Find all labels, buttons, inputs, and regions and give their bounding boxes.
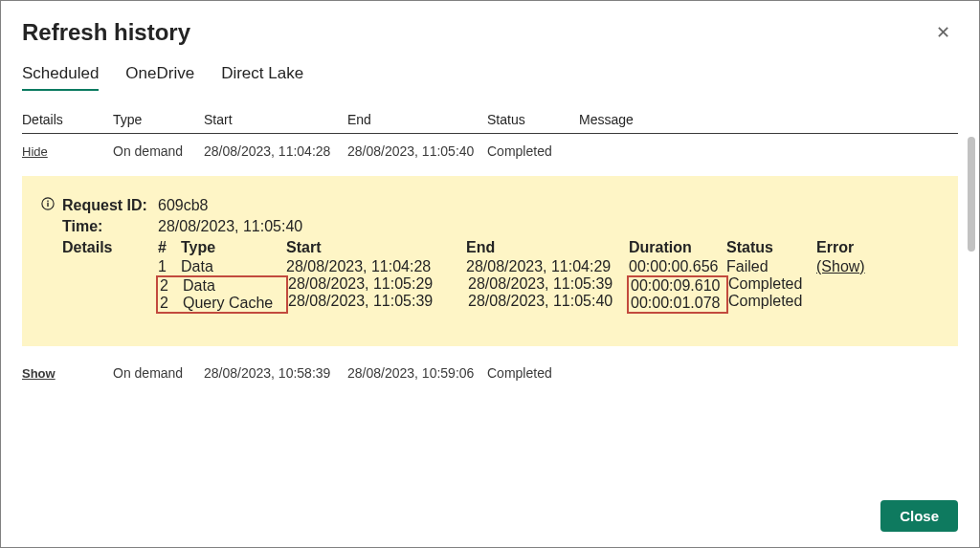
table-row: Hide On demand 28/08/2023, 11:04:28 28/0… xyxy=(22,134,958,164)
dialog-title: Refresh history xyxy=(22,19,928,46)
dialog-footer: Close xyxy=(1,485,979,547)
panel-details-body: # Type Start End Duration Status Error 1… xyxy=(158,239,939,314)
inner-stat: Failed xyxy=(726,258,816,275)
inner-table-header: # Type Start End Duration Status Error xyxy=(158,239,939,256)
inner-end: 28/08/2023, 11:04:29 xyxy=(466,258,629,275)
col-header-end: End xyxy=(347,112,487,127)
inner-col-start: Start xyxy=(286,239,466,256)
highlight-box-type: 2 Data 2 Query Cache xyxy=(156,275,288,314)
inner-row: 1 Data 28/08/2023, 11:04:28 28/08/2023, … xyxy=(158,258,939,275)
inner-col-type: Type xyxy=(181,239,286,256)
row-status: Completed xyxy=(487,143,579,159)
inner-num: 2 xyxy=(160,295,183,312)
svg-rect-1 xyxy=(47,203,48,207)
tab-scheduled[interactable]: Scheduled xyxy=(22,64,99,91)
inner-end: 28/08/2023, 11:05:40 xyxy=(468,293,631,310)
inner-start: 28/08/2023, 11:05:29 xyxy=(288,275,468,293)
refresh-history-dialog: Refresh history ✕ Scheduled OneDrive Dir… xyxy=(0,0,980,548)
svg-rect-2 xyxy=(47,201,48,202)
panel-value-request-id: 609cb8 xyxy=(158,197,939,214)
col-header-message: Message xyxy=(579,112,958,127)
inner-type: Query Cache xyxy=(183,295,284,312)
row-start: 28/08/2023, 11:04:28 xyxy=(204,143,347,159)
tab-strip: Scheduled OneDrive Direct Lake xyxy=(1,56,979,91)
table-row: Show On demand 28/08/2023, 10:58:39 28/0… xyxy=(22,356,958,386)
panel-label-request-id: Request ID: xyxy=(62,197,158,214)
info-icon xyxy=(41,197,58,210)
inner-col-end: End xyxy=(466,239,629,256)
inner-type: Data xyxy=(183,277,284,295)
inner-col-dur: Duration xyxy=(629,239,726,256)
close-icon[interactable]: ✕ xyxy=(928,18,958,47)
inner-start: 28/08/2023, 11:05:39 xyxy=(288,293,468,310)
col-header-type: Type xyxy=(113,112,204,127)
dialog-header: Refresh history ✕ xyxy=(1,1,979,56)
row-start: 28/08/2023, 10:58:39 xyxy=(204,365,347,381)
inner-stat: Completed xyxy=(728,275,818,293)
inner-dur: 00:00:00.656 xyxy=(629,258,726,275)
inner-type: Data xyxy=(181,258,286,275)
inner-num: 2 xyxy=(160,277,183,295)
inner-num: 1 xyxy=(158,258,181,275)
inner-stat: Completed xyxy=(728,293,818,310)
inner-dur: 00:00:09.610 xyxy=(631,277,724,295)
table-area: Details Type Start End Status Message Hi… xyxy=(1,91,979,485)
table-header: Details Type Start End Status Message xyxy=(22,112,958,134)
col-header-start: Start xyxy=(204,112,347,127)
scrollbar-thumb[interactable] xyxy=(968,137,975,252)
inner-col-num: # xyxy=(158,239,181,256)
inner-col-err: Error xyxy=(816,239,874,256)
row-type: On demand xyxy=(113,143,204,159)
inner-end: 28/08/2023, 11:05:39 xyxy=(468,275,631,293)
inner-start: 28/08/2023, 11:04:28 xyxy=(286,258,466,275)
panel-label-details: Details xyxy=(62,239,158,256)
show-link[interactable]: Show xyxy=(22,366,56,381)
row-status: Completed xyxy=(487,365,579,381)
inner-col-stat: Status xyxy=(726,239,816,256)
inner-dur: 00:00:01.078 xyxy=(631,295,724,312)
tab-direct-lake[interactable]: Direct Lake xyxy=(221,64,303,91)
col-header-status: Status xyxy=(487,112,579,127)
panel-value-time: 28/08/2023, 11:05:40 xyxy=(158,218,939,235)
tab-onedrive[interactable]: OneDrive xyxy=(125,64,194,91)
row-type: On demand xyxy=(113,365,204,381)
row-end: 28/08/2023, 10:59:06 xyxy=(347,365,487,381)
hide-link[interactable]: Hide xyxy=(22,144,48,159)
row-end: 28/08/2023, 11:05:40 xyxy=(347,143,487,159)
error-show-link[interactable]: (Show) xyxy=(816,258,865,274)
details-panel: Request ID: 609cb8 Time: 28/08/2023, 11:… xyxy=(22,176,958,346)
close-button[interactable]: Close xyxy=(880,500,958,532)
panel-label-time: Time: xyxy=(62,218,158,235)
col-header-details: Details xyxy=(22,112,113,127)
highlight-box-duration: 00:00:09.610 00:00:01.078 xyxy=(627,275,728,314)
